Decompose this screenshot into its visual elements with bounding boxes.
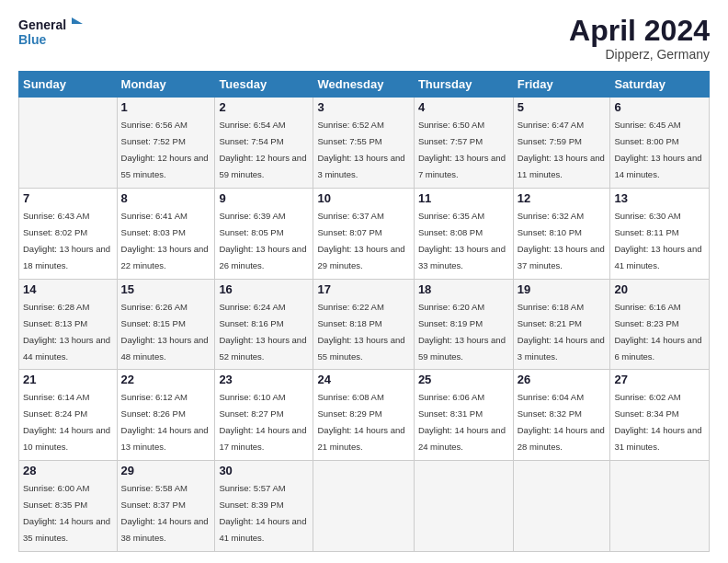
header: General Blue April 2024 Dipperz, Germany (18, 15, 710, 62)
cell-date: 19 (518, 282, 607, 296)
week-row-2: 14Sunrise: 6:28 AMSunset: 8:13 PMDayligh… (19, 279, 710, 370)
cell-info: Sunrise: 6:39 AMSunset: 8:05 PMDaylight:… (219, 211, 306, 270)
table-row: 2Sunrise: 6:54 AMSunset: 7:54 PMDaylight… (215, 98, 313, 189)
cell-info: Sunrise: 6:28 AMSunset: 8:13 PMDaylight:… (23, 302, 110, 362)
table-row: 15Sunrise: 6:26 AMSunset: 8:15 PMDayligh… (117, 279, 215, 370)
table-row: 23Sunrise: 6:10 AMSunset: 8:27 PMDayligh… (215, 370, 313, 461)
cell-info: Sunrise: 6:20 AMSunset: 8:19 PMDaylight:… (418, 302, 506, 362)
cell-date: 16 (219, 282, 309, 296)
cell-info: Sunrise: 6:47 AMSunset: 7:59 PMDaylight:… (518, 120, 605, 179)
table-row: 5Sunrise: 6:47 AMSunset: 7:59 PMDaylight… (513, 98, 610, 189)
cell-date: 22 (121, 373, 211, 386)
week-row-1: 7Sunrise: 6:43 AMSunset: 8:02 PMDaylight… (19, 188, 710, 279)
cell-info: Sunrise: 6:43 AMSunset: 8:02 PMDaylight:… (23, 211, 110, 270)
table-row: 7Sunrise: 6:43 AMSunset: 8:02 PMDaylight… (19, 188, 118, 279)
cell-info: Sunrise: 5:57 AMSunset: 8:39 PMDaylight:… (219, 483, 306, 543)
table-row (513, 461, 610, 552)
table-row: 21Sunrise: 6:14 AMSunset: 8:24 PMDayligh… (19, 370, 118, 461)
cell-info: Sunrise: 6:04 AMSunset: 8:32 PMDaylight:… (518, 392, 605, 452)
cell-info: Sunrise: 6:26 AMSunset: 8:15 PMDaylight:… (121, 302, 209, 362)
table-row (414, 461, 513, 552)
cell-info: Sunrise: 6:00 AMSunset: 8:35 PMDaylight:… (23, 483, 110, 543)
table-row: 14Sunrise: 6:28 AMSunset: 8:13 PMDayligh… (19, 279, 118, 370)
cell-date: 6 (614, 100, 705, 114)
week-row-3: 21Sunrise: 6:14 AMSunset: 8:24 PMDayligh… (19, 370, 710, 461)
table-row: 29Sunrise: 5:58 AMSunset: 8:37 PMDayligh… (117, 461, 215, 552)
cell-info: Sunrise: 6:45 AMSunset: 8:00 PMDaylight:… (614, 120, 701, 179)
cell-info: Sunrise: 5:58 AMSunset: 8:37 PMDaylight:… (121, 483, 209, 543)
week-row-0: 1Sunrise: 6:56 AMSunset: 7:52 PMDaylight… (19, 98, 710, 189)
title-block: April 2024 Dipperz, Germany (569, 15, 710, 62)
cell-info: Sunrise: 6:18 AMSunset: 8:21 PMDaylight:… (518, 302, 605, 362)
cell-info: Sunrise: 6:08 AMSunset: 8:29 PMDaylight:… (317, 392, 404, 452)
svg-marker-1 (72, 17, 83, 24)
cell-date: 21 (23, 373, 113, 386)
cell-date: 18 (418, 282, 509, 296)
cell-info: Sunrise: 6:56 AMSunset: 7:52 PMDaylight:… (121, 120, 209, 179)
table-row: 20Sunrise: 6:16 AMSunset: 8:23 PMDayligh… (610, 279, 710, 370)
cell-date: 30 (219, 464, 309, 477)
cell-info: Sunrise: 6:30 AMSunset: 8:11 PMDaylight:… (614, 211, 701, 270)
table-row (610, 461, 710, 552)
table-row: 24Sunrise: 6:08 AMSunset: 8:29 PMDayligh… (313, 370, 414, 461)
logo: General Blue (18, 15, 87, 52)
table-row: 28Sunrise: 6:00 AMSunset: 8:35 PMDayligh… (19, 461, 118, 552)
table-row: 27Sunrise: 6:02 AMSunset: 8:34 PMDayligh… (610, 370, 710, 461)
cell-date: 1 (121, 100, 211, 114)
table-row: 26Sunrise: 6:04 AMSunset: 8:32 PMDayligh… (513, 370, 610, 461)
cell-date: 7 (23, 191, 113, 205)
cell-date: 10 (317, 191, 409, 205)
calendar-table: Sunday Monday Tuesday Wednesday Thursday… (18, 71, 710, 552)
cell-date: 27 (614, 373, 705, 386)
table-row: 16Sunrise: 6:24 AMSunset: 8:16 PMDayligh… (215, 279, 313, 370)
col-friday: Friday (513, 72, 610, 98)
table-row: 22Sunrise: 6:12 AMSunset: 8:26 PMDayligh… (117, 370, 215, 461)
cell-info: Sunrise: 6:41 AMSunset: 8:03 PMDaylight:… (121, 211, 209, 270)
table-row: 3Sunrise: 6:52 AMSunset: 7:55 PMDaylight… (313, 98, 414, 189)
cell-date: 3 (317, 100, 409, 114)
table-row: 19Sunrise: 6:18 AMSunset: 8:21 PMDayligh… (513, 279, 610, 370)
table-row: 30Sunrise: 5:57 AMSunset: 8:39 PMDayligh… (215, 461, 313, 552)
table-row: 13Sunrise: 6:30 AMSunset: 8:11 PMDayligh… (610, 188, 710, 279)
cell-info: Sunrise: 6:12 AMSunset: 8:26 PMDaylight:… (121, 392, 209, 452)
table-row: 18Sunrise: 6:20 AMSunset: 8:19 PMDayligh… (414, 279, 513, 370)
table-row: 1Sunrise: 6:56 AMSunset: 7:52 PMDaylight… (117, 98, 215, 189)
cell-date: 8 (121, 191, 211, 205)
table-row (313, 461, 414, 552)
cell-info: Sunrise: 6:50 AMSunset: 7:57 PMDaylight:… (418, 120, 506, 179)
col-thursday: Thursday (414, 72, 513, 98)
cell-info: Sunrise: 6:24 AMSunset: 8:16 PMDaylight:… (219, 302, 306, 362)
cell-info: Sunrise: 6:14 AMSunset: 8:24 PMDaylight:… (23, 392, 110, 452)
cell-info: Sunrise: 6:22 AMSunset: 8:18 PMDaylight:… (317, 302, 404, 362)
cell-info: Sunrise: 6:52 AMSunset: 7:55 PMDaylight:… (317, 120, 404, 179)
svg-text:Blue: Blue (18, 32, 47, 47)
cell-date: 2 (219, 100, 309, 114)
page: General Blue April 2024 Dipperz, Germany… (0, 0, 728, 563)
table-row: 10Sunrise: 6:37 AMSunset: 8:07 PMDayligh… (313, 188, 414, 279)
col-sunday: Sunday (19, 72, 118, 98)
week-row-4: 28Sunrise: 6:00 AMSunset: 8:35 PMDayligh… (19, 461, 710, 552)
cell-date: 26 (518, 373, 607, 386)
cell-date: 11 (418, 191, 509, 205)
cell-date: 24 (317, 373, 409, 386)
cell-info: Sunrise: 6:02 AMSunset: 8:34 PMDaylight:… (614, 392, 701, 452)
cell-date: 28 (23, 464, 113, 477)
cell-date: 12 (518, 191, 607, 205)
cell-info: Sunrise: 6:32 AMSunset: 8:10 PMDaylight:… (518, 211, 605, 270)
cell-date: 5 (518, 100, 607, 114)
svg-text:General: General (18, 17, 66, 32)
cell-info: Sunrise: 6:10 AMSunset: 8:27 PMDaylight:… (219, 392, 306, 452)
col-saturday: Saturday (610, 72, 710, 98)
cell-info: Sunrise: 6:54 AMSunset: 7:54 PMDaylight:… (219, 120, 306, 179)
col-tuesday: Tuesday (215, 72, 313, 98)
col-monday: Monday (117, 72, 215, 98)
cell-date: 20 (614, 282, 705, 296)
cell-date: 29 (121, 464, 211, 477)
cell-date: 13 (614, 191, 705, 205)
table-row: 6Sunrise: 6:45 AMSunset: 8:00 PMDaylight… (610, 98, 710, 189)
cell-info: Sunrise: 6:35 AMSunset: 8:08 PMDaylight:… (418, 211, 506, 270)
table-row (19, 98, 118, 189)
table-row: 12Sunrise: 6:32 AMSunset: 8:10 PMDayligh… (513, 188, 610, 279)
cell-date: 9 (219, 191, 309, 205)
table-row: 17Sunrise: 6:22 AMSunset: 8:18 PMDayligh… (313, 279, 414, 370)
